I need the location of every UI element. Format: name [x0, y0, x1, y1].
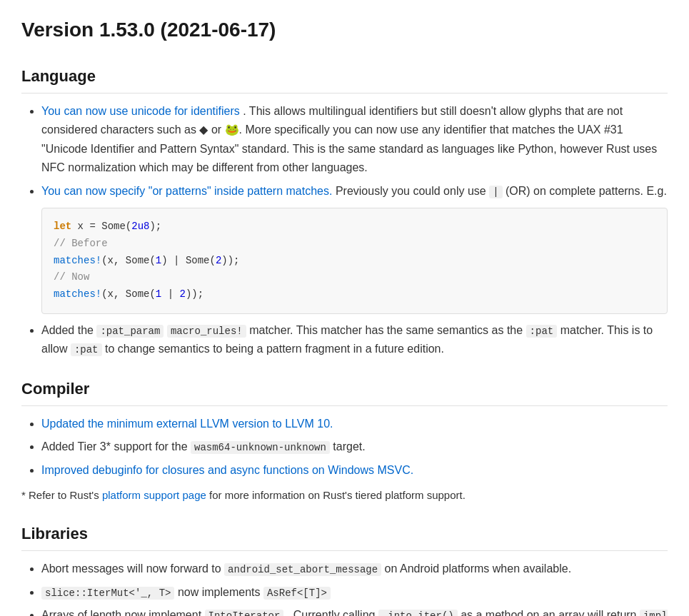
arrays-code2: .into_iter()	[378, 610, 458, 616]
abort-before: Abort messages will now forward to	[41, 562, 224, 575]
list-item: You can now specify "or patterns" inside…	[41, 182, 668, 314]
arrays-code1: IntoIterator	[205, 610, 284, 616]
list-item: Updated the minimum external LLVM versio…	[41, 415, 668, 433]
section-heading-compiler: Compiler	[21, 376, 668, 406]
abort-code: android_set_abort_message	[224, 563, 381, 576]
compiler-list: Updated the minimum external LLVM versio…	[21, 415, 668, 480]
language-list: You can now use unicode for identifiers …	[21, 102, 668, 359]
or-patterns-link[interactable]: You can now specify "or patterns" inside…	[41, 185, 332, 197]
pat-param-code4: :pat	[71, 343, 102, 356]
list-item: Improved debuginfo for closures and asyn…	[41, 461, 668, 480]
ref-note-before: * Refer to Rust's	[21, 489, 102, 501]
pat-param-end: to change semantics to being a pattern f…	[105, 343, 444, 355]
list-item: Added the :pat_param macro_rules! matche…	[41, 321, 668, 359]
debuginfo-link[interactable]: Improved debuginfo for closures and asyn…	[41, 464, 413, 476]
libraries-list: Abort messages will now forward to andro…	[21, 560, 668, 616]
pat-param-middle: matcher. This matcher has the same seman…	[249, 324, 525, 336]
section-heading-libraries: Libraries	[21, 521, 668, 551]
tier3-before: Added Tier 3* support for the	[41, 440, 191, 453]
code-block-patterns: let x = Some(2u8); // Before matches!(x,…	[41, 208, 668, 314]
ref-note: * Refer to Rust's platform support page …	[21, 487, 668, 504]
arrays-after1: . Currently calling	[287, 609, 378, 616]
list-item: Added Tier 3* support for the wasm64-unk…	[41, 438, 668, 456]
arrays-before: Arrays of length now implement	[41, 609, 205, 616]
pat-param-before: Added the	[41, 324, 96, 336]
list-item: Arrays of length now implement IntoItera…	[41, 606, 668, 616]
pipe-code: |	[489, 186, 502, 198]
or-patterns-text: Previously you could only use | (OR) on …	[336, 185, 667, 197]
unicode-identifiers-link[interactable]: You can now use unicode for identifiers	[41, 105, 240, 117]
pat-param-code2: macro_rules!	[167, 325, 246, 338]
platform-support-link[interactable]: platform support page	[102, 489, 206, 501]
ref-note-after: for more information on Rust's tiered pl…	[209, 489, 466, 501]
pat-param-code3: :pat	[526, 325, 558, 338]
abort-after: on Android platforms when available.	[385, 562, 572, 575]
tier3-after: target.	[333, 440, 365, 453]
section-heading-language: Language	[21, 64, 668, 94]
arrays-after2: as a method on an array will return	[461, 609, 640, 616]
slice-iter-code2: AsRef<[T]>	[263, 587, 331, 600]
slice-iter-middle: now implements	[178, 586, 263, 598]
list-item: Abort messages will now forward to andro…	[41, 560, 668, 578]
llvm-link[interactable]: Updated the minimum external LLVM versio…	[41, 418, 333, 430]
pat-param-code1: :pat_param	[96, 325, 164, 338]
page-title: Version 1.53.0 (2021-06-17)	[21, 14, 668, 46]
slice-iter-code1: slice::IterMut<'_, T>	[41, 587, 174, 600]
tier3-code: wasm64-unknown-unknown	[191, 441, 330, 454]
list-item: slice::IterMut<'_, T> now implements AsR…	[41, 583, 668, 602]
list-item: You can now use unicode for identifiers …	[41, 102, 668, 178]
